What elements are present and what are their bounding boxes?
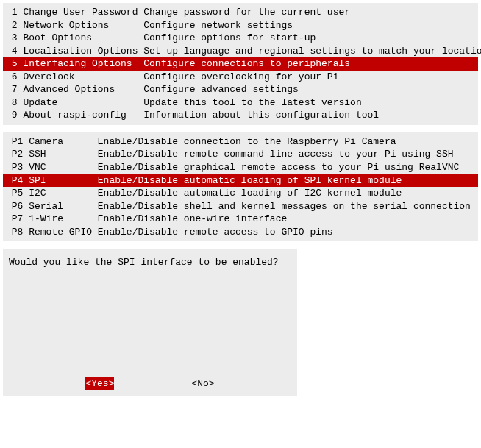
main-menu-item-6[interactable]: 6 Overclock Configure overclocking for y… <box>3 71 478 84</box>
main-menu: 1 Change User Password Change password f… <box>3 3 478 125</box>
sub-menu-item-p5[interactable]: P5 I2C Enable/Disable automatic loading … <box>3 187 478 200</box>
dialog-question: Would you like the SPI interface to be e… <box>9 256 291 269</box>
main-menu-item-8[interactable]: 8 Update Update this tool to the latest … <box>3 96 478 110</box>
sub-menu-item-p7[interactable]: P7 1-Wire Enable/Disable one-wire interf… <box>3 213 478 226</box>
main-menu-item-1[interactable]: 1 Change User Password Change password f… <box>3 6 478 19</box>
confirm-dialog: Would you like the SPI interface to be e… <box>3 249 297 396</box>
main-menu-item-7[interactable]: 7 Advanced Options Configure advanced se… <box>3 83 478 96</box>
sub-menu-item-p6[interactable]: P6 Serial Enable/Disable shell and kerne… <box>3 200 478 213</box>
main-menu-item-3[interactable]: 3 Boot Options Configure options for sta… <box>3 32 478 45</box>
main-menu-item-5[interactable]: 5 Interfacing Options Configure connecti… <box>3 57 478 71</box>
main-menu-item-4[interactable]: 4 Localisation Options Set up language a… <box>3 45 478 58</box>
main-menu-item-9[interactable]: 9 About raspi-config Information about t… <box>3 109 478 122</box>
yes-button[interactable]: <Yes> <box>85 377 114 391</box>
main-menu-item-2[interactable]: 2 Network Options Configure network sett… <box>3 19 478 32</box>
sub-menu-item-p4[interactable]: P4 SPI Enable/Disable automatic loading … <box>3 174 478 188</box>
interfacing-submenu: P1 Camera Enable/Disable connection to t… <box>3 132 478 241</box>
sub-menu-item-p8[interactable]: P8 Remote GPIO Enable/Disable remote acc… <box>3 226 478 239</box>
sub-menu-item-p3[interactable]: P3 VNC Enable/Disable graphical remote a… <box>3 161 478 174</box>
sub-menu-item-p2[interactable]: P2 SSH Enable/Disable remote command lin… <box>3 148 478 161</box>
no-button[interactable]: <No> <box>191 377 214 391</box>
dialog-buttons: <Yes> <No> <box>3 377 297 391</box>
sub-menu-item-p1[interactable]: P1 Camera Enable/Disable connection to t… <box>3 135 478 149</box>
